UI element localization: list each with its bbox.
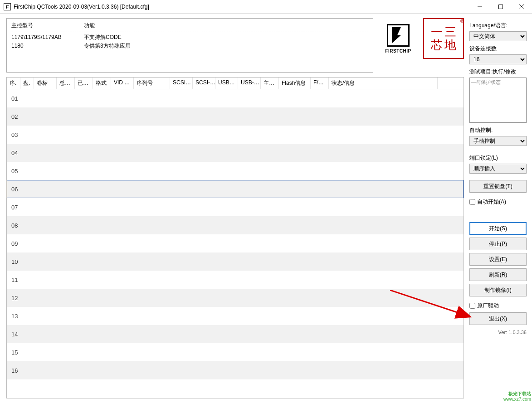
main-panel: 主控型号 功能 1179\1179S\1179AB不支持解CODE1180专供第… (0, 14, 464, 403)
table-row[interactable]: 02 (7, 107, 464, 126)
column-header[interactable]: 序列号 (134, 78, 170, 89)
watermark: 极光下载站 www.xz7.com (503, 391, 531, 402)
autoctrl-label: 自动控制: (469, 126, 527, 134)
table-row[interactable]: 14 (7, 325, 464, 343)
table-row[interactable]: 01 (7, 89, 464, 107)
side-panel: Language/语言: 中文简体 设备连接数 16 测试项目:执行/修改 —与… (464, 14, 532, 403)
column-header[interactable]: 已… (75, 78, 93, 89)
device-grid: 序.盘.卷标总…已…格式VID …序列号SCSI…SCSI-…USB…USB-…… (6, 77, 464, 398)
table-row[interactable]: 13 (7, 307, 464, 325)
info-model: 1180 (11, 42, 84, 50)
portlock-select[interactable]: 顺序插入 (469, 164, 527, 174)
table-row[interactable]: 08 (7, 216, 464, 234)
window-title: FirstChip QCTools 2020-09-03(Ver1.0.3.36… (14, 4, 469, 10)
firstchip-logo: FIRSTCHIP (378, 18, 419, 59)
reset-lock-button[interactable]: 重置锁盘(T) (469, 180, 527, 193)
column-header[interactable]: USB… (215, 78, 238, 89)
grid-body[interactable]: 01020304050607080910111213141516 (7, 89, 464, 398)
table-row[interactable]: 15 (7, 343, 464, 361)
table-row[interactable]: 16 (7, 361, 464, 379)
version-label: Ver: 1.0.3.36 (469, 330, 527, 335)
seal-logo: ® 一三芯地 (423, 18, 464, 59)
grid-header: 序.盘.卷标总…已…格式VID …序列号SCSI…SCSI-…USB…USB-…… (7, 78, 464, 89)
devcount-select[interactable]: 16 (469, 54, 527, 64)
column-header[interactable]: 序. (7, 78, 20, 89)
info-header-model: 主控型号 (11, 21, 84, 30)
stop-button[interactable]: 停止(P) (469, 238, 527, 250)
table-row[interactable]: 04 (7, 144, 464, 162)
language-label: Language/语言: (469, 22, 527, 29)
refresh-button[interactable]: 刷新(R) (469, 268, 527, 281)
minimize-button[interactable] (469, 0, 490, 13)
start-button[interactable]: 开始(S) (469, 222, 527, 235)
table-row[interactable]: 10 (7, 252, 464, 271)
portlock-label: 端口锁定(L) (469, 154, 527, 162)
column-header[interactable]: 卷标 (34, 78, 57, 89)
controller-info-box: 主控型号 功能 1179\1179S\1179AB不支持解CODE1180专供第… (6, 18, 373, 73)
factory-driver-input[interactable] (469, 303, 475, 309)
close-button[interactable] (511, 0, 532, 13)
testitems-list[interactable]: —与保护状态 (469, 78, 527, 123)
info-header-func: 功能 (84, 21, 95, 30)
window-controls (469, 0, 532, 13)
column-header[interactable]: USB-… (238, 78, 261, 89)
testitems-label: 测试项目:执行/修改 (469, 68, 527, 76)
table-row[interactable]: 05 (7, 162, 464, 180)
table-row[interactable]: 07 (7, 198, 464, 216)
column-header[interactable]: 总… (57, 78, 75, 89)
maximize-button[interactable] (490, 0, 511, 13)
autostart-checkbox[interactable]: 自动开始(A) (469, 198, 527, 206)
info-func: 专供第3方特殊应用 (84, 42, 131, 50)
factory-driver-checkbox[interactable]: 原厂驱动 (469, 302, 527, 310)
language-select[interactable]: 中文简体 (469, 31, 527, 41)
table-row[interactable]: 06 (7, 180, 464, 198)
column-header[interactable]: 主… (261, 78, 279, 89)
exit-button[interactable]: 退出(X) (469, 312, 527, 325)
column-header[interactable]: 格式 (93, 78, 111, 89)
app-icon: F (4, 3, 11, 10)
table-row[interactable]: 11 (7, 271, 464, 289)
autostart-input[interactable] (469, 199, 475, 205)
column-header[interactable]: SCSI-… (193, 78, 215, 89)
make-image-button[interactable]: 制作镜像(I) (469, 284, 527, 296)
column-header[interactable]: VID … (111, 78, 134, 89)
autoctrl-select[interactable]: 手动控制 (469, 136, 527, 146)
logos: FIRSTCHIP ® 一三芯地 (378, 18, 464, 73)
devcount-label: 设备连接数 (469, 45, 527, 53)
table-row[interactable]: 12 (7, 289, 464, 307)
column-header[interactable]: F/… (311, 78, 329, 89)
titlebar: F FirstChip QCTools 2020-09-03(Ver1.0.3.… (0, 0, 532, 14)
column-header[interactable]: 状态/信息 (329, 78, 438, 89)
table-row[interactable]: 09 (7, 234, 464, 252)
info-func: 不支持解CODE (84, 33, 122, 42)
svg-rect-1 (499, 5, 503, 9)
column-header[interactable]: SCSI… (170, 78, 193, 89)
info-model: 1179\1179S\1179AB (11, 33, 84, 42)
column-header[interactable]: Flash信息 (279, 78, 311, 89)
settings-button[interactable]: 设置(E) (469, 253, 527, 266)
table-row[interactable]: 03 (7, 126, 464, 144)
column-header[interactable]: 盘. (20, 78, 34, 89)
